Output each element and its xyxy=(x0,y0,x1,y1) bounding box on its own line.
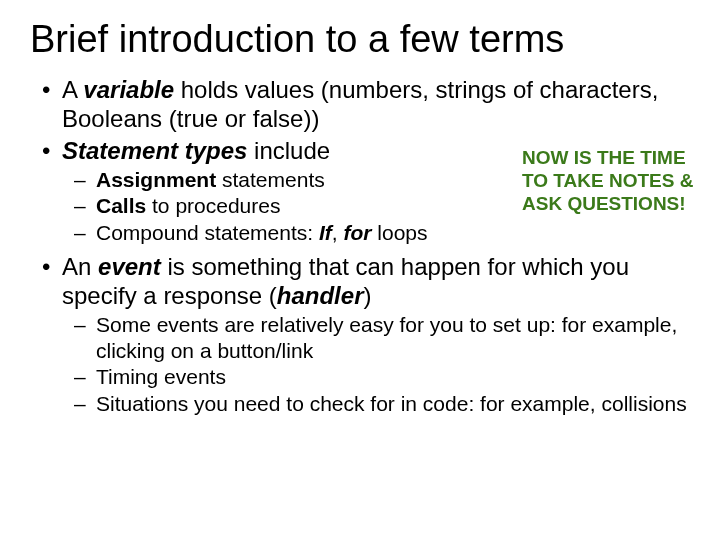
text-segment: Statement types include xyxy=(62,137,520,164)
text-segment: Compound statements: xyxy=(96,221,319,244)
list-item: Timing events xyxy=(96,364,690,390)
text-segment: A variable holds values (numbers, string… xyxy=(62,76,658,132)
text-segment: to procedures xyxy=(146,194,280,217)
bullet-variable: A variable holds values (numbers, string… xyxy=(62,75,690,134)
term-assignment: Assignment xyxy=(96,168,216,191)
list-item: Calls to procedures xyxy=(96,193,690,219)
bullet-event: An event is something that can happen fo… xyxy=(62,252,690,417)
list-item: Assignment statements xyxy=(96,167,690,193)
slide-body: A variable holds values (numbers, string… xyxy=(30,75,690,417)
list-item: Compound statements: If, for loops xyxy=(96,220,690,246)
list-item: Situations you need to check for in code… xyxy=(96,391,690,417)
slide-title: Brief introduction to a few terms xyxy=(30,18,690,61)
text-segment: An xyxy=(62,253,98,280)
bullet-statement-types: Statement types include Assignment state… xyxy=(62,136,690,246)
text-segment: loops xyxy=(371,221,427,244)
term-statement-types: Statement types xyxy=(62,137,247,164)
slide: Brief introduction to a few terms NOW IS… xyxy=(0,0,720,540)
text-segment: A xyxy=(62,76,83,103)
text-segment: , xyxy=(332,221,344,244)
term-event: event xyxy=(98,253,161,280)
term-variable: variable xyxy=(83,76,174,103)
text-segment: ) xyxy=(363,282,371,309)
term-for: for xyxy=(343,221,371,244)
text-segment: include xyxy=(247,137,330,164)
term-handler: handler xyxy=(277,282,364,309)
text-segment: statements xyxy=(216,168,325,191)
term-if: If xyxy=(319,221,332,244)
list-item: Some events are relatively easy for you … xyxy=(96,312,690,363)
term-calls: Calls xyxy=(96,194,146,217)
sub-list: Some events are relatively easy for you … xyxy=(62,312,690,416)
sub-list: Assignment statements Calls to procedure… xyxy=(62,167,690,246)
bullet-list: A variable holds values (numbers, string… xyxy=(30,75,690,417)
